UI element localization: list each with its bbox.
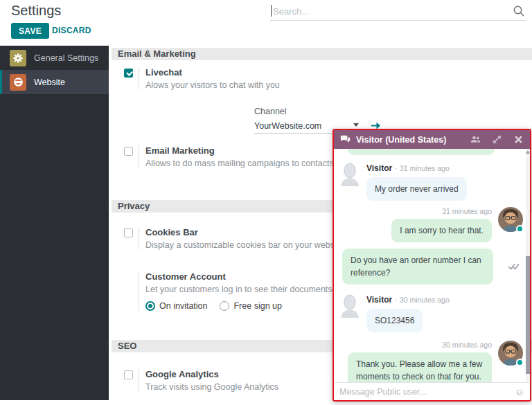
chat-message-input[interactable] xyxy=(339,387,515,397)
message-time: 30 minutes ago xyxy=(442,341,492,349)
message-bubble: SO123456 xyxy=(366,309,423,332)
sidebar-item-label: General Settings xyxy=(34,53,98,63)
channel-field-label: Channel xyxy=(254,107,360,116)
setting-description: Alows your visitors to chat with you xyxy=(145,80,280,90)
visitor-avatar xyxy=(339,161,360,186)
emoji-smiley-icon[interactable]: ☺ xyxy=(515,387,524,397)
setting-label: Email Marketing xyxy=(145,145,334,156)
channel-value[interactable]: YourWebsite.com xyxy=(254,121,321,131)
message-time: 30 minutes ago xyxy=(400,296,450,304)
chat-header[interactable]: Visitor (United States) xyxy=(334,130,530,149)
chat-message-operator: 31 minutes ago I am sorry to hear that. xyxy=(339,207,523,242)
online-status-dot xyxy=(516,225,524,233)
message-author: Visitor xyxy=(366,295,392,305)
livechat-window: Visitor (United States) xyxy=(332,129,531,402)
settings-sidebar: General Settings Website xyxy=(0,46,109,400)
divider xyxy=(139,271,139,311)
chat-message-list[interactable]: Visitor · 31 minutes ago My order never … xyxy=(334,149,530,382)
setting-description: Track visits using Google Analytics xyxy=(145,382,278,392)
page-title: Settings xyxy=(11,3,61,19)
globe-icon xyxy=(10,74,26,91)
email-marketing-checkbox[interactable] xyxy=(124,147,133,156)
seen-double-check-icon xyxy=(508,262,520,271)
message-author: Visitor xyxy=(366,163,392,173)
setting-label: Customer Account xyxy=(145,271,332,282)
radio-label[interactable]: On invitation xyxy=(159,301,207,311)
message-bubble: Thank you. Please allow me a few moments… xyxy=(348,352,492,382)
chat-message-visitor: Visitor · 30 minutes ago SO123456 xyxy=(339,293,523,332)
expand-icon[interactable] xyxy=(492,134,502,145)
chat-title: Visitor (United States) xyxy=(356,135,465,145)
chat-message-operator: Do you have an order number I can refere… xyxy=(339,249,523,285)
customer-account-options: On invitation Free sign up xyxy=(145,301,332,311)
users-icon[interactable] xyxy=(470,134,481,145)
chevron-down-icon[interactable] xyxy=(353,123,359,127)
setting-row-cookies-bar: Cookies Bar Display a customizable cooki… xyxy=(124,227,344,250)
operator-avatar xyxy=(498,207,523,232)
operator-avatar xyxy=(498,341,523,366)
setting-label: Livechat xyxy=(145,67,280,78)
chat-scrollbar-thumb[interactable] xyxy=(526,256,530,374)
chat-message-operator: 30 minutes ago Thank you. Please allow m… xyxy=(339,341,523,382)
setting-label: Google Analytics xyxy=(145,369,278,379)
discard-button[interactable]: DISCARD xyxy=(52,26,91,35)
chat-composer: ☺ xyxy=(334,382,530,400)
setting-description: Allows to do mass mailing campaigns to c… xyxy=(145,159,334,168)
sidebar-item-general-settings[interactable]: General Settings xyxy=(0,46,109,70)
cookies-bar-checkbox[interactable] xyxy=(124,228,133,237)
setting-row-google-analytics: Google Analytics Track visits using Goog… xyxy=(124,369,278,392)
divider xyxy=(139,145,139,168)
sidebar-item-label: Website xyxy=(34,78,65,87)
message-time: 31 minutes ago xyxy=(442,207,492,215)
comments-icon xyxy=(340,134,351,145)
sidebar-item-website[interactable]: Website xyxy=(0,70,109,94)
setting-row-livechat: Livechat Alows your visitors to chat wit… xyxy=(124,67,280,90)
search-box[interactable] xyxy=(270,3,526,21)
setting-label: Cookies Bar xyxy=(145,227,344,237)
divider xyxy=(139,227,139,250)
search-input[interactable] xyxy=(273,4,502,18)
online-status-dot xyxy=(516,359,524,366)
message-time: 31 minutes ago xyxy=(400,164,450,172)
divider xyxy=(139,369,139,392)
gear-icon xyxy=(10,50,26,66)
section-header-email-marketing: Email & Marketing xyxy=(112,48,532,60)
setting-row-email-marketing: Email Marketing Allows to do mass mailin… xyxy=(124,145,334,168)
radio-on-invitation[interactable] xyxy=(145,301,155,311)
search-icon[interactable] xyxy=(513,5,525,17)
message-bubble: My order never arrived xyxy=(366,177,467,201)
divider xyxy=(139,67,139,90)
save-button[interactable]: SAVE xyxy=(11,23,49,39)
setting-description: Display a customizable cookies bar on yo… xyxy=(145,240,344,250)
chat-message-visitor: Visitor · 31 minutes ago My order never … xyxy=(339,161,523,201)
chat-scrollbar-up-arrow[interactable] xyxy=(526,150,530,154)
visitor-avatar xyxy=(339,293,360,318)
radio-label[interactable]: Free sign up xyxy=(233,301,281,311)
top-header: Settings SAVE DISCARD xyxy=(0,0,532,46)
setting-row-customer-account: Customer Account Let your customers log … xyxy=(139,271,332,311)
message-bubble: Do you have an order number I can refere… xyxy=(342,249,493,285)
livechat-checkbox[interactable] xyxy=(124,69,133,78)
partial-message-bubble xyxy=(348,149,495,155)
setting-description: Let your customers log in to see their d… xyxy=(145,285,332,294)
text-cursor xyxy=(271,5,272,17)
message-bubble: I am sorry to hear that. xyxy=(391,219,492,242)
radio-free-sign-up[interactable] xyxy=(220,301,229,311)
close-icon[interactable] xyxy=(513,134,524,145)
google-analytics-checkbox[interactable] xyxy=(124,370,133,379)
